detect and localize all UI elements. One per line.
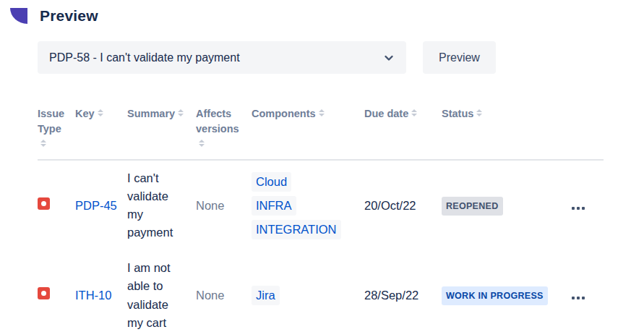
component-link[interactable]: Cloud [252, 172, 291, 192]
bug-icon [38, 287, 50, 299]
components-list: Jira [252, 286, 354, 305]
component-link[interactable]: Jira [252, 286, 280, 305]
issue-summary: I am not able to validate my cart [127, 261, 171, 328]
column-header-key: Key [75, 106, 127, 160]
status-badge: REOPENED [442, 197, 503, 216]
more-options-button[interactable] [572, 205, 585, 211]
table-row: PDP-45 I can't validate my payment None … [38, 160, 604, 250]
affects-versions-value: None [196, 199, 224, 212]
page-title: Preview [40, 7, 98, 25]
column-header-status: Status [442, 106, 572, 160]
issue-summary: I can't validate my payment [127, 171, 173, 239]
bug-icon [38, 197, 50, 210]
table-header-row: Issue Type Key Summary Affects versions … [38, 106, 604, 160]
affects-versions-value: None [196, 289, 224, 302]
sort-arrows-icon[interactable] [98, 109, 103, 116]
sort-arrows-icon[interactable] [476, 109, 482, 116]
component-link[interactable]: INTEGRATION [252, 220, 341, 239]
sort-arrows-icon[interactable] [319, 109, 325, 116]
due-date-value: 28/Sep/22 [364, 289, 418, 302]
column-header-affects-versions: Affects versions [196, 106, 252, 160]
quarter-circle-icon [10, 8, 27, 24]
component-link[interactable]: INFRA [252, 196, 296, 216]
page-header: Preview [0, 0, 644, 25]
sort-arrows-icon[interactable] [199, 140, 205, 147]
column-header-components: Components [252, 106, 364, 160]
issue-key-link[interactable]: PDP-45 [75, 199, 117, 212]
issues-table: Issue Type Key Summary Affects versions … [38, 106, 604, 332]
issue-select-value: PDP-58 - I can't validate my payment [49, 51, 240, 64]
chevron-down-icon [383, 52, 395, 64]
issue-key-link[interactable]: ITH-10 [75, 289, 111, 302]
issue-select[interactable]: PDP-58 - I can't validate my payment [38, 41, 406, 74]
sort-arrows-icon[interactable] [411, 109, 417, 116]
due-date-value: 20/Oct/22 [364, 199, 416, 212]
status-badge: WORK IN PROGRESS [442, 286, 548, 305]
preview-button[interactable]: Preview [423, 41, 496, 74]
column-header-issue-type: Issue Type [38, 106, 75, 160]
more-options-button[interactable] [572, 295, 585, 301]
sort-arrows-icon[interactable] [178, 109, 184, 116]
column-header-summary: Summary [127, 106, 196, 160]
sort-arrows-icon[interactable] [40, 140, 46, 147]
components-list: Cloud INFRA INTEGRATION [252, 172, 354, 239]
column-header-due-date: Due date [364, 106, 442, 160]
table-row: ITH-10 I am not able to validate my cart… [38, 250, 604, 332]
column-header-actions [572, 106, 604, 160]
controls-row: PDP-58 - I can't validate my payment Pre… [38, 41, 644, 74]
